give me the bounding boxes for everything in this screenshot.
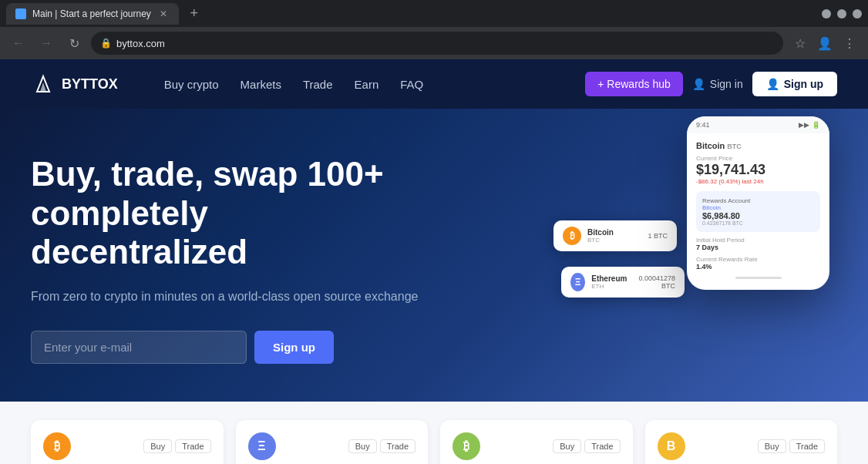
bookmark-icon[interactable]: ☆ xyxy=(789,32,811,54)
toolbar-icons: ☆ 👤 ⋮ xyxy=(789,32,860,54)
coin-action-buttons: Buy Trade xyxy=(348,439,415,453)
btc-info: Bitcoin BTC xyxy=(587,228,641,244)
price-card-header: B Buy Trade xyxy=(658,432,826,460)
bnb-coin-icon: B xyxy=(658,432,685,460)
hero-title: Buy, trade, swap 100+ completely decentr… xyxy=(31,155,432,272)
eth-icon: Ξ xyxy=(570,273,585,291)
eth-buy-btn[interactable]: Buy xyxy=(348,439,377,453)
hero-section: Buy, trade, swap 100+ completely decentr… xyxy=(0,109,868,402)
address-lock-icon: 🔒 xyxy=(100,38,112,49)
navbar: BYTTOX Buy crypto Markets Trade Earn FAQ… xyxy=(0,59,868,109)
win-maximize-btn[interactable] xyxy=(837,9,846,18)
rewards-rate-value: 1.4% xyxy=(696,263,820,271)
eth-info: Ethereum ETH xyxy=(591,274,627,290)
phone-mockup: 9:41 ▶▶ 🔋 Bitcoin BTC Current Price $19,… xyxy=(687,116,829,290)
site-wrapper: BYTTOX Buy crypto Markets Trade Earn FAQ… xyxy=(0,59,868,464)
nav-reload-btn[interactable]: ↻ xyxy=(63,32,85,54)
bnb-trade-btn[interactable]: Trade xyxy=(789,439,825,453)
coin-action-buttons: Buy Trade xyxy=(553,439,620,453)
phone-rewards: Rewards Account Bitcoin $6,984.80 0.4238… xyxy=(696,191,820,232)
address-url: byttox.com xyxy=(116,38,774,49)
new-tab-button[interactable]: + xyxy=(183,3,205,25)
rewards-account-label: Rewards Account xyxy=(702,197,814,204)
hero-signup-button[interactable]: Sign up xyxy=(254,331,334,364)
btc-buy-btn[interactable]: Buy xyxy=(143,439,172,453)
tab-close-icon[interactable]: ✕ xyxy=(157,8,170,20)
eth-card-amount: 0.00041278 BTC xyxy=(633,274,675,290)
logo-icon xyxy=(31,72,56,96)
btc-trade-btn[interactable]: Trade xyxy=(175,439,210,453)
signup-button[interactable]: 👤 Sign up xyxy=(752,72,837,96)
rewards-rate-label: Current Rewards Rate xyxy=(696,256,820,263)
price-card-btc: ₿ Buy Trade Bitcoin BTC $90,807.50 +1.42… xyxy=(31,420,224,464)
bch-coin-icon: ₿ xyxy=(453,432,480,460)
price-card-bch: ₿ Buy Trade Bitcoin Cash BCH $431.30 +1.… xyxy=(440,420,633,464)
profile-icon[interactable]: 👤 xyxy=(814,32,836,54)
phone-status-bar: 9:41 ▶▶ 🔋 xyxy=(687,116,829,133)
eth-mini-card: Ξ Ethereum ETH 0.00041278 BTC xyxy=(561,267,685,298)
rewards-hub-button[interactable]: + Rewards hub xyxy=(585,72,683,96)
price-card-header: Ξ Buy Trade xyxy=(248,432,416,460)
nav-back-btn[interactable]: ← xyxy=(8,32,29,54)
eth-card-name: Ethereum xyxy=(591,274,627,283)
prices-section: ₿ Buy Trade Bitcoin BTC $90,807.50 +1.42… xyxy=(0,402,868,464)
btc-card-amount: 1 BTC xyxy=(648,232,668,240)
tab-title: Main | Start a perfect journey xyxy=(32,8,151,19)
hero-form: Sign up xyxy=(31,331,432,364)
price-card-bnb: B Buy Trade Binance Coin BNB $633.44 +1.… xyxy=(645,420,838,464)
phone-coin-name: Bitcoin BTC xyxy=(696,141,820,150)
bnb-buy-btn[interactable]: Buy xyxy=(758,439,786,453)
hero-content: Buy, trade, swap 100+ completely decentr… xyxy=(31,155,432,364)
win-minimize-btn[interactable] xyxy=(822,9,831,18)
menu-icon[interactable]: ⋮ xyxy=(839,32,860,54)
coin-action-buttons: Buy Trade xyxy=(143,439,210,453)
hold-period-label: Initial Hold Period xyxy=(696,237,820,244)
coin-action-buttons: Buy Trade xyxy=(758,439,825,453)
eth-card-sym: ETH xyxy=(591,283,627,290)
price-cards: ₿ Buy Trade Bitcoin BTC $90,807.50 +1.42… xyxy=(31,420,837,464)
window-controls xyxy=(822,9,862,18)
hold-period-value: 7 Days xyxy=(696,244,820,251)
phone-price: $19,741.43 xyxy=(696,162,820,178)
btc-coin-icon: ₿ xyxy=(43,432,71,460)
nav-markets[interactable]: Markets xyxy=(241,78,281,91)
price-card-header: ₿ Buy Trade xyxy=(453,432,621,460)
address-bar[interactable]: 🔒 byttox.com xyxy=(91,32,783,55)
btc-card-name: Bitcoin xyxy=(587,228,641,237)
nav-links: Buy crypto Markets Trade Earn FAQ xyxy=(164,78,424,91)
hero-subtitle: From zero to crypto in minutes on a worl… xyxy=(31,287,432,306)
nav-actions: + Rewards hub 👤 Sign in 👤 Sign up xyxy=(585,72,837,96)
nav-forward-btn[interactable]: → xyxy=(35,32,57,54)
signup-person-icon: 👤 xyxy=(766,78,779,90)
browser-tab[interactable]: Main | Start a perfect journey ✕ xyxy=(6,3,179,25)
btc-mini-card: ₿ Bitcoin BTC 1 BTC xyxy=(553,220,677,251)
bch-buy-btn[interactable]: Buy xyxy=(553,439,581,453)
phone-container: 9:41 ▶▶ 🔋 Bitcoin BTC Current Price $19,… xyxy=(687,116,829,290)
btc-icon: ₿ xyxy=(563,227,581,245)
win-close-btn[interactable] xyxy=(853,9,862,18)
nav-earn[interactable]: Earn xyxy=(355,78,379,91)
price-card-header: ₿ Buy Trade xyxy=(43,432,211,460)
person-icon: 👤 xyxy=(692,78,705,90)
browser-toolbar: ← → ↻ 🔒 byttox.com ☆ 👤 ⋮ xyxy=(0,27,868,59)
nav-buy-crypto[interactable]: Buy crypto xyxy=(164,78,219,91)
phone-price-label: Current Price xyxy=(696,155,820,162)
bch-trade-btn[interactable]: Trade xyxy=(584,439,620,453)
price-card-eth: Ξ Buy Trade Ethereum ETH $3,179.42 -1.72… xyxy=(236,420,429,464)
eth-trade-btn[interactable]: Trade xyxy=(380,439,415,453)
nav-trade[interactable]: Trade xyxy=(303,78,333,91)
eth-coin-icon: Ξ xyxy=(248,432,276,460)
phone-body: Bitcoin BTC Current Price $19,741.43 -$8… xyxy=(687,133,829,290)
phone-change: -$86.32 (0.43%) last 24h xyxy=(696,178,820,185)
signin-button[interactable]: 👤 Sign in xyxy=(692,78,743,90)
rewards-coin: Bitcoin xyxy=(702,204,814,211)
tab-favicon xyxy=(15,8,26,19)
browser-chrome: Main | Start a perfect journey ✕ + xyxy=(0,0,868,27)
btc-card-sym: BTC xyxy=(587,237,641,244)
logo-text: BYTTOX xyxy=(62,76,118,92)
rewards-sub: 0.42387178 BTC xyxy=(702,220,814,226)
rewards-value: $6,984.80 xyxy=(702,211,814,220)
nav-faq[interactable]: FAQ xyxy=(400,78,423,91)
email-input[interactable] xyxy=(31,331,247,364)
logo[interactable]: BYTTOX xyxy=(31,72,118,96)
